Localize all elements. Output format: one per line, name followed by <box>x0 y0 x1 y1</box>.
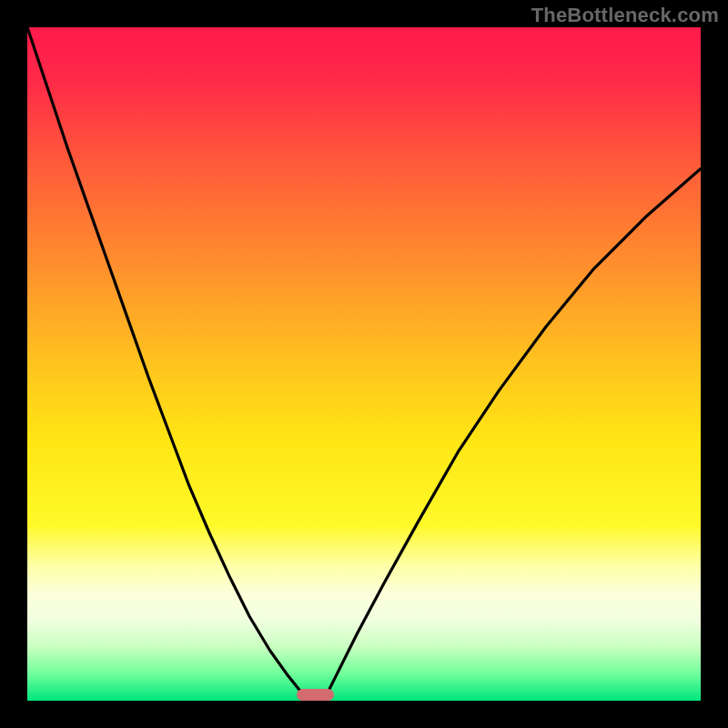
watermark-text: TheBottleneck.com <box>531 4 719 27</box>
minimum-marker <box>297 689 334 701</box>
chart-container: TheBottleneck.com <box>0 0 728 728</box>
plot-area <box>27 27 701 701</box>
curve <box>27 27 701 701</box>
